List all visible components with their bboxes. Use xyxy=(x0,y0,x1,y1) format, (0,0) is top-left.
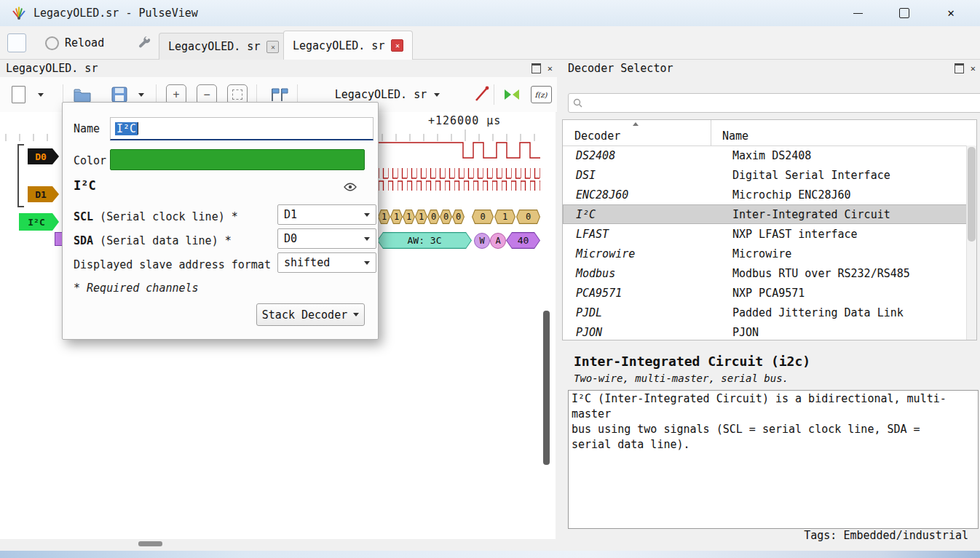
address-format-select[interactable]: shifted xyxy=(277,252,376,273)
table-row[interactable]: DSIDigital Serial Interface xyxy=(563,165,976,185)
text-caret xyxy=(138,122,138,135)
decoder-name-input[interactable]: I²C xyxy=(110,117,374,140)
chevron-down-icon xyxy=(353,313,359,316)
table-body: DS2408Maxim DS2408 DSIDigital Serial Int… xyxy=(563,146,976,340)
tab-close-icon[interactable]: ✕ xyxy=(391,39,403,52)
sda-label: SDA (Serial data line) * xyxy=(74,234,232,247)
save-icon xyxy=(111,86,128,103)
decoder-description-box[interactable]: I²C (Inter-Integrated Circuit) is a bidi… xyxy=(568,390,979,529)
annotation-ack: A xyxy=(490,233,506,249)
close-panel-icon[interactable]: ✕ xyxy=(971,64,976,73)
decoder-options-popup: Name I²C Color I²C SCL (Serial clock lin… xyxy=(62,102,379,340)
table-row[interactable]: PCA9571NXP PCA9571 xyxy=(563,283,976,303)
probe-needle-icon xyxy=(473,85,491,104)
float-panel-icon[interactable] xyxy=(955,63,964,73)
stack-decoder-button[interactable]: Stack Decoder xyxy=(256,303,365,326)
tab-label: LegacyOLED. sr xyxy=(293,39,384,52)
new-session-button[interactable] xyxy=(7,33,26,52)
chevron-down-icon xyxy=(364,237,370,241)
tab-label: LegacyOLED. sr xyxy=(168,40,260,53)
settings-button[interactable] xyxy=(134,34,154,53)
maximize-icon xyxy=(899,8,909,18)
sda-channel-select[interactable]: D0 xyxy=(277,228,376,249)
new-file-icon xyxy=(12,86,25,103)
decoder-info-title: Inter-Integrated Circuit (i2c) xyxy=(574,354,810,369)
decoder-selector-header: Decoder Selector ✕ xyxy=(562,60,980,77)
table-row[interactable]: ENC28J60Microchip ENC28J60 xyxy=(563,185,976,204)
annotation-write-flag: W xyxy=(474,233,490,249)
decoder-info-subtitle: Two-wire, multi-master, serial bus. xyxy=(574,372,789,384)
close-panel-icon[interactable]: ✕ xyxy=(548,64,553,73)
channel-tag-d0[interactable]: D0 xyxy=(28,148,59,164)
chevron-down-icon xyxy=(38,93,44,97)
search-icon xyxy=(573,98,582,108)
minimize-icon xyxy=(853,13,863,14)
name-label: Name xyxy=(74,122,100,135)
add-decoder-button[interactable] xyxy=(501,84,523,105)
reload-icon xyxy=(45,36,59,50)
decoder-selector-title: Decoder Selector xyxy=(568,62,673,75)
close-icon: ✕ xyxy=(947,7,955,19)
float-panel-icon[interactable] xyxy=(532,63,541,73)
table-header: Decoder Name xyxy=(563,120,976,146)
new-file-dropdown[interactable] xyxy=(35,84,47,105)
visibility-eye-icon[interactable] xyxy=(344,183,357,191)
scl-label: SCL (Serial clock line) * xyxy=(74,210,238,223)
decoder-table: Decoder Name DS2408Maxim DS2408 DSIDigit… xyxy=(562,119,977,340)
chevron-down-icon xyxy=(364,213,370,217)
sort-ascending-icon xyxy=(633,122,639,126)
session-panel-header: LegacyOLED. sr ✕ xyxy=(0,60,557,77)
address-format-label: Displayed slave address format xyxy=(74,258,271,271)
search-input[interactable] xyxy=(586,96,979,111)
table-row[interactable]: DS2408Maxim DS2408 xyxy=(563,146,976,165)
table-row[interactable]: LFASTNXP LFAST interface xyxy=(563,224,976,244)
waveform-vertical-scrollbar[interactable] xyxy=(543,311,550,465)
decoder-icon xyxy=(502,85,521,104)
maximize-button[interactable] xyxy=(881,0,928,26)
decoder-search-box xyxy=(568,93,980,113)
fz-icon: f(z) xyxy=(531,86,552,103)
column-header-name[interactable]: Name xyxy=(722,129,748,143)
title-bar: LegacyOLED.sr - PulseView ✕ xyxy=(0,0,980,26)
required-channels-note: * Required channels xyxy=(74,282,199,295)
table-scrollbar-thumb[interactable] xyxy=(968,147,976,242)
decoder-color-button[interactable] xyxy=(110,149,365,170)
math-signal-button[interactable]: f(z) xyxy=(530,84,552,105)
chevron-down-icon xyxy=(138,93,144,97)
table-row-selected[interactable]: I²CInter-Integrated Circuit xyxy=(563,204,976,224)
file-combobox-value: LegacyOLED. sr xyxy=(335,88,427,101)
table-row[interactable]: PJONPJON xyxy=(563,322,976,340)
table-row[interactable]: MicrowireMicrowire xyxy=(563,244,976,263)
annotation-bit: 0 xyxy=(472,210,494,224)
annotation-bit: 0 xyxy=(516,210,540,224)
scl-channel-select[interactable]: D1 xyxy=(277,204,376,225)
channel-tag-i2c[interactable]: I²C xyxy=(19,213,59,231)
window-title: LegacyOLED.sr - PulseView xyxy=(33,7,198,20)
channel-tag-d1[interactable]: D1 xyxy=(28,186,59,202)
reload-label: Reload xyxy=(65,36,104,49)
tab-legacyoled-1[interactable]: LegacyOLED. sr ✕ xyxy=(159,33,288,60)
reload-button[interactable]: Reload xyxy=(38,32,111,54)
color-label: Color xyxy=(74,154,106,167)
decoder-description-text: I²C (Inter-Integrated Circuit) is a bidi… xyxy=(572,391,975,453)
channel-group-bracket xyxy=(18,145,24,207)
waveform-horizontal-scrollbar[interactable] xyxy=(138,541,162,546)
chevron-down-icon xyxy=(364,261,370,265)
tab-close-icon[interactable]: ✕ xyxy=(266,41,279,53)
run-capture-button[interactable] xyxy=(472,84,492,105)
pulseview-logo-icon xyxy=(12,6,26,20)
table-row[interactable]: PJDLPadded Jittering Data Link xyxy=(563,303,976,322)
table-row[interactable]: ModbusModbus RTU over RS232/RS485 xyxy=(563,263,976,283)
annotation-bit: 1 xyxy=(494,210,515,224)
minimize-button[interactable] xyxy=(834,0,881,26)
annotation-address-write: AW: 3C xyxy=(377,232,472,249)
column-header-decoder[interactable]: Decoder xyxy=(574,129,620,143)
tab-legacyoled-2[interactable]: LegacyOLED. sr ✕ xyxy=(283,31,413,60)
decoder-section-title: I²C xyxy=(74,178,96,193)
close-button[interactable]: ✕ xyxy=(928,0,974,26)
new-file-button[interactable] xyxy=(9,84,28,105)
wrench-icon xyxy=(136,36,152,52)
annotation-data-byte: 40 xyxy=(506,232,540,249)
session-panel-title: LegacyOLED. sr xyxy=(6,62,98,75)
selected-text: I²C xyxy=(115,122,138,135)
